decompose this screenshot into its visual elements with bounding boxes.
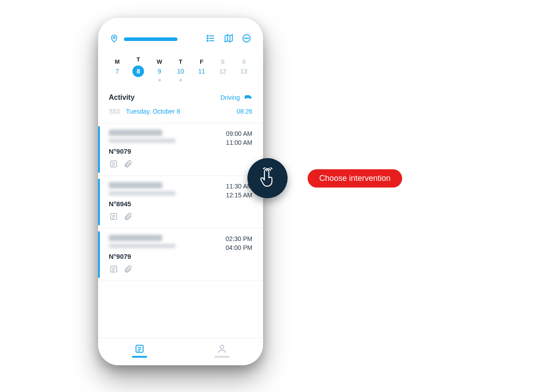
intervention-title-blurred [109, 182, 162, 188]
svg-point-5 [207, 38, 208, 39]
location-pin-icon[interactable] [110, 33, 119, 45]
intervention-times: 09:00 AM11:00 AM [226, 130, 252, 170]
accent-bar [98, 231, 100, 278]
calendar-day[interactable]: S12 [214, 58, 231, 75]
svg-point-11 [244, 38, 245, 39]
calendar-dow: S [221, 58, 225, 65]
calendar-dot-indicator [179, 79, 182, 82]
calendar-daynum: 10 [177, 68, 184, 75]
more-options-icon[interactable] [242, 33, 251, 45]
calendar-day[interactable]: S13 [235, 58, 252, 75]
intervention-ref: N°9079 [109, 253, 176, 260]
svg-point-0 [113, 37, 115, 38]
notes-icon[interactable] [109, 265, 119, 275]
calendar-daynum: 7 [115, 68, 119, 75]
intervention-address-blurred [109, 139, 176, 143]
current-time: 08:26 [237, 108, 252, 115]
attachment-icon[interactable] [123, 265, 133, 275]
activity-title: Activity [109, 94, 135, 102]
calendar-daynum: 12 [219, 68, 226, 75]
phone-frame: M7T8W9T10F11S12S13 Activity Driving S53 … [98, 18, 263, 365]
svg-point-6 [207, 40, 208, 41]
touch-gesture-icon [247, 158, 288, 198]
accent-bar [98, 126, 100, 173]
intervention-address-blurred [109, 244, 176, 248]
intervention-ref: N°9079 [109, 147, 176, 155]
calendar-daynum: 11 [198, 68, 206, 75]
top-bar [98, 18, 263, 52]
calendar-dow: F [200, 58, 203, 65]
calendar-daynum: 8 [132, 65, 144, 77]
intervention-item[interactable]: N°907909:00 AM11:00 AM [98, 123, 263, 176]
week-code: S53 [109, 108, 120, 115]
calendar-day[interactable]: F11 [193, 58, 210, 75]
calendar-dow: S [242, 58, 246, 65]
calendar-day[interactable]: T8 [130, 56, 147, 77]
week-calendar: M7T8W9T10F11S12S13 [98, 52, 263, 85]
calendar-daynum: 13 [240, 68, 247, 75]
callout-choose-intervention: Choose intervention [308, 169, 402, 188]
intervention-address-blurred [109, 191, 176, 196]
intervention-times: 11:30 AM12:15 AM [226, 182, 252, 223]
nav-tab-agenda[interactable] [132, 343, 147, 358]
calendar-day[interactable]: M7 [109, 58, 126, 75]
calendar-dow: T [136, 56, 140, 63]
calendar-dot-indicator [158, 79, 161, 82]
notes-icon[interactable] [109, 159, 119, 170]
svg-point-12 [246, 38, 247, 39]
notes-icon[interactable] [109, 212, 119, 223]
calendar-dow: T [179, 58, 182, 65]
accent-bar [98, 179, 100, 225]
intervention-title-blurred [109, 130, 162, 136]
driving-status[interactable]: Driving [220, 93, 252, 102]
intervention-title-blurred [109, 235, 162, 241]
svg-point-13 [248, 38, 249, 39]
nav-tab-profile[interactable] [214, 343, 230, 358]
calendar-dow: W [157, 58, 162, 65]
car-icon [243, 93, 252, 102]
calendar-dow: M [115, 58, 120, 65]
attachment-icon[interactable] [123, 212, 133, 223]
svg-point-30 [220, 345, 224, 349]
svg-marker-7 [225, 35, 233, 42]
list-view-icon[interactable] [206, 33, 216, 45]
calendar-day[interactable]: W9 [151, 58, 168, 75]
map-icon[interactable] [224, 33, 234, 45]
intervention-times: 02:30 PM04:00 PM [226, 235, 252, 275]
calendar-day[interactable]: T10 [172, 58, 189, 75]
attachment-icon[interactable] [123, 159, 133, 170]
intervention-item[interactable]: N°894511:30 AM12:15 AM [98, 176, 263, 229]
date-text: Tuesday, October 8 [126, 108, 180, 115]
bottom-nav [98, 338, 263, 365]
status-label: Driving [220, 94, 240, 101]
intervention-list: N°907909:00 AM11:00 AMN°894511:30 AM12:1… [98, 123, 263, 338]
calendar-daynum: 9 [158, 68, 161, 75]
intervention-item[interactable]: N°907902:30 PM04:00 PM [98, 229, 263, 281]
location-title-placeholder [124, 37, 177, 41]
svg-point-4 [207, 35, 208, 37]
intervention-ref: N°8945 [109, 200, 176, 208]
activity-section: Activity Driving S53 Tuesday, October 8 … [98, 85, 263, 119]
